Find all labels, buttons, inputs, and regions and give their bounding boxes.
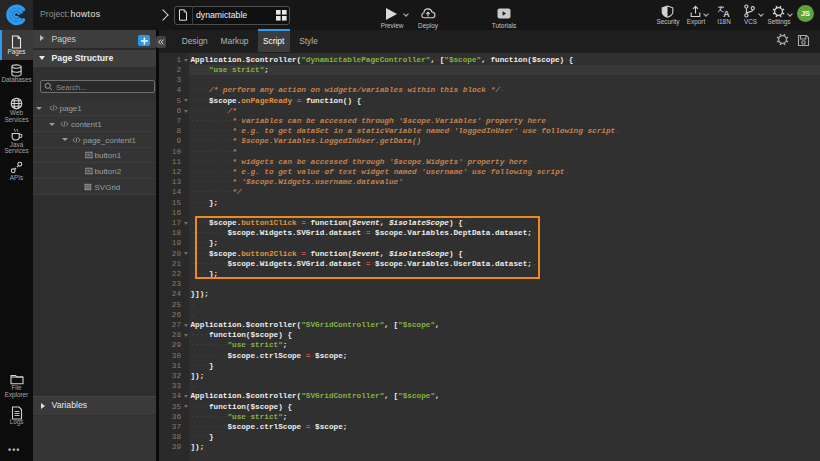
svg-text:A: A: [723, 9, 730, 18]
